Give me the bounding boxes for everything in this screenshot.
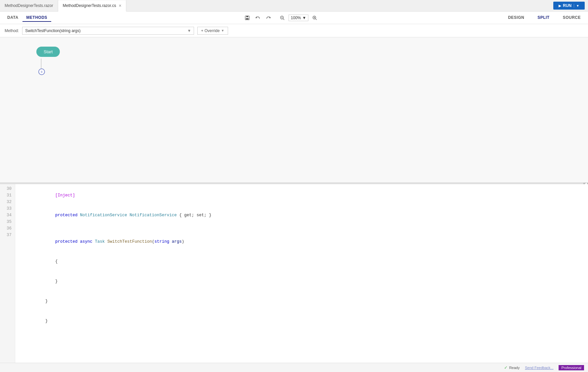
start-label: Start (44, 49, 53, 54)
zoom-out-button[interactable] (278, 14, 287, 21)
tab-1[interactable]: MethodDesignerTests.razor (0, 0, 58, 11)
method-dropdown-icon: ▼ (187, 28, 191, 33)
undo-button[interactable] (254, 14, 262, 21)
zoom-out-icon (280, 15, 285, 21)
line-num-32: 32 (5, 199, 12, 205)
method-bar: Method: SwitchTestFunction(string args) … (0, 24, 588, 37)
run-label: RUN (563, 3, 571, 8)
line-num-36: 36 (5, 225, 12, 232)
redo-icon (266, 15, 271, 21)
status-bar: ✓ Ready Send Feedback... Professional (0, 363, 588, 372)
main-toolbar: DATA METHODS (0, 12, 588, 24)
method-dropdown[interactable]: SwitchTestFunction(string args) ▼ (22, 27, 194, 35)
tab-2-close-icon[interactable]: × (119, 3, 121, 8)
svg-line-5 (283, 19, 284, 20)
designer-canvas: Start + (0, 37, 588, 183)
run-button[interactable]: ▶ RUN ▼ (553, 2, 585, 10)
method-selected-value: SwitchTestFunction(string args) (25, 28, 80, 33)
connector-line (41, 59, 41, 69)
line-num-30: 30 (5, 186, 12, 192)
toolbar-tabs: DATA METHODS (3, 14, 51, 22)
line-num-34: 34 (5, 212, 12, 219)
toolbar-center: 100% ▼ (58, 14, 504, 21)
line-num-37: 37 (5, 232, 12, 238)
svg-rect-2 (246, 18, 249, 20)
tab-2-label: MethodDesignerTests.razor.cs (63, 3, 116, 8)
override-chevron-icon: ▼ (221, 29, 224, 32)
feedback-link[interactable]: Send Feedback... (525, 366, 553, 370)
main-split: Start + ◀ 30 31 32 33 34 35 36 37 [In (0, 37, 588, 363)
add-node-icon: + (40, 69, 43, 74)
code-editor: 30 31 32 33 34 35 36 37 [Inject] protect… (0, 184, 588, 363)
zoom-dropdown-icon: ▼ (302, 16, 306, 20)
line-num-33: 33 (5, 205, 12, 212)
zoom-selector[interactable]: 100% ▼ (289, 15, 309, 21)
run-play-icon: ▶ (559, 4, 561, 8)
svg-line-9 (316, 19, 317, 20)
view-source[interactable]: SOURCE (559, 14, 585, 22)
view-switcher: DESIGN SPLIT SOURCE (504, 14, 585, 22)
code-content[interactable]: 30 31 32 33 34 35 36 37 [Inject] protect… (0, 184, 588, 363)
zoom-in-icon (312, 15, 317, 21)
edition-badge: Professional (559, 365, 584, 370)
tab-data[interactable]: DATA (3, 14, 22, 22)
method-label: Method: (5, 28, 19, 33)
start-node[interactable]: Start (36, 47, 60, 57)
undo-icon (255, 15, 260, 21)
redo-button[interactable] (264, 14, 273, 21)
save-button[interactable] (243, 14, 252, 21)
code-line-30: [Inject] (20, 186, 588, 205)
tab-methods[interactable]: METHODS (22, 14, 52, 22)
code-line-35: } (20, 271, 588, 291)
code-line-34: { (20, 252, 588, 271)
override-label: + Override (201, 28, 219, 33)
zoom-value: 100% (291, 16, 301, 20)
view-design[interactable]: DESIGN (504, 14, 528, 22)
code-line-31: protected NotificationService Notificati… (20, 205, 588, 225)
save-icon (245, 15, 250, 21)
run-dropdown-icon[interactable]: ▼ (574, 4, 579, 8)
status-ready: ✓ Ready (504, 365, 520, 370)
zoom-in-button[interactable] (310, 14, 319, 21)
check-icon: ✓ (504, 365, 508, 370)
tab-1-label: MethodDesignerTests.razor (5, 3, 53, 8)
override-button[interactable]: + Override ▼ (197, 27, 228, 35)
tab-2[interactable]: MethodDesignerTests.razor.cs × (58, 0, 127, 12)
code-line-33: protected async Task SwitchTestFunction(… (20, 232, 588, 252)
svg-rect-1 (246, 16, 248, 17)
line-num-35: 35 (5, 219, 12, 225)
code-lines[interactable]: [Inject] protected NotificationService N… (15, 184, 588, 363)
code-line-32 (20, 225, 588, 232)
line-num-31: 31 (5, 192, 12, 199)
tab-bar: MethodDesignerTests.razor MethodDesigner… (0, 0, 588, 12)
code-line-36: } (20, 291, 588, 311)
code-line-37: } (20, 311, 588, 331)
ready-label: Ready (509, 366, 520, 370)
line-numbers: 30 31 32 33 34 35 36 37 (0, 184, 15, 363)
view-split[interactable]: SPLIT (533, 14, 554, 22)
add-node-button[interactable]: + (38, 68, 45, 75)
